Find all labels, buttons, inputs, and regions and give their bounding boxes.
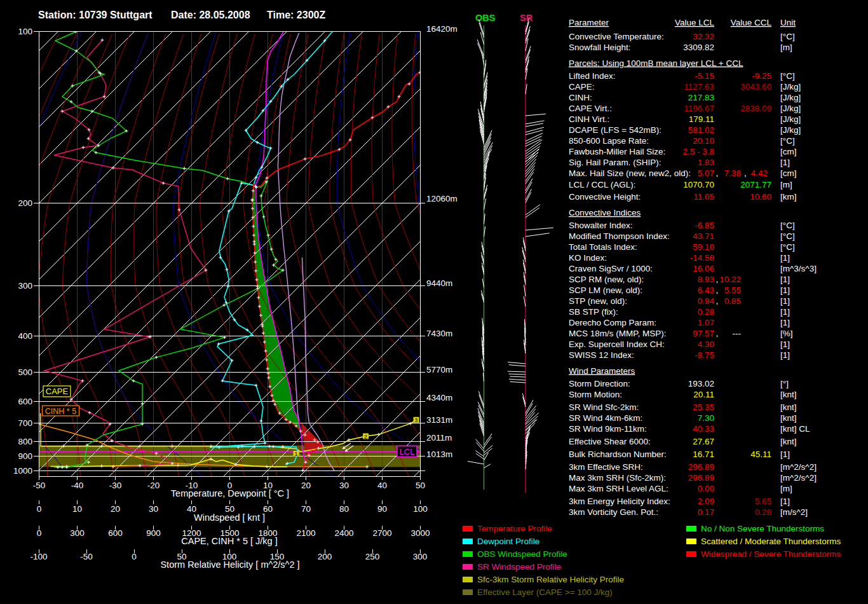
svg-text:[cm]: [cm] bbox=[780, 168, 797, 178]
svg-text:200: 200 bbox=[18, 198, 32, 208]
svg-text:[J/kg]: [J/kg] bbox=[780, 114, 801, 124]
svg-text:25.35: 25.35 bbox=[693, 402, 714, 412]
svg-text:3km Vorticity Gen. Pot.:: 3km Vorticity Gen. Pot.: bbox=[569, 507, 658, 517]
svg-text:[%]: [%] bbox=[780, 329, 793, 338]
svg-text:10.22: 10.22 bbox=[719, 275, 741, 284]
svg-text:300: 300 bbox=[18, 281, 32, 291]
svg-text:-8.75: -8.75 bbox=[695, 350, 714, 360]
svg-text:8.93: 8.93 bbox=[698, 275, 714, 284]
svg-text:[°C]: [°C] bbox=[780, 221, 795, 230]
svg-text:5770m: 5770m bbox=[426, 365, 452, 374]
svg-text:40: 40 bbox=[377, 481, 387, 490]
svg-text:CINH Virt.:: CINH Virt.: bbox=[569, 114, 609, 124]
svg-text:4340m: 4340m bbox=[426, 393, 452, 402]
svg-text:Max 3km SRH (Sfc-2km):: Max 3km SRH (Sfc-2km): bbox=[569, 473, 666, 483]
svg-text:600: 600 bbox=[108, 528, 123, 538]
svg-text:[m]: [m] bbox=[780, 484, 792, 493]
svg-text:[1]: [1] bbox=[780, 307, 790, 317]
svg-text:850-600 Lapse Rate:: 850-600 Lapse Rate: bbox=[569, 136, 649, 146]
svg-text:10.60: 10.60 bbox=[750, 192, 771, 202]
svg-text:Exp. Supercell Index CH:: Exp. Supercell Index CH: bbox=[569, 340, 665, 349]
svg-text:[cm]: [cm] bbox=[780, 147, 797, 156]
svg-text:43.71: 43.71 bbox=[693, 231, 714, 241]
svg-text:DCAPE (LFS = 542mB):: DCAPE (LFS = 542mB): bbox=[569, 125, 661, 135]
svg-text:Date: 28.05.2008: Date: 28.05.2008 bbox=[171, 10, 250, 20]
svg-text:Sig. Hail Param. (SHIP):: Sig. Hail Param. (SHIP): bbox=[569, 158, 661, 167]
svg-text:Storm Relative Helicity [ m^2: Storm Relative Helicity [ m^2/s^2 ] bbox=[160, 559, 299, 570]
svg-text:SR Wind 4km-6km:: SR Wind 4km-6km: bbox=[569, 413, 642, 423]
svg-text:Convective Indices: Convective Indices bbox=[569, 208, 641, 217]
svg-text:[J/kg]: [J/kg] bbox=[780, 82, 801, 92]
svg-text:0.00: 0.00 bbox=[698, 484, 714, 493]
svg-text:KO Index:: KO Index: bbox=[569, 253, 607, 263]
svg-text:4.42: 4.42 bbox=[751, 168, 768, 178]
svg-text:,: , bbox=[716, 285, 719, 295]
svg-text:20: 20 bbox=[111, 504, 120, 514]
svg-text:Storm Motion:: Storm Motion: bbox=[569, 390, 622, 399]
svg-text:Temperature, Dewpoint [ °C ]: Temperature, Dewpoint [ °C ] bbox=[171, 488, 289, 498]
svg-text:59.10: 59.10 bbox=[693, 242, 714, 252]
svg-text:16.06: 16.06 bbox=[693, 264, 714, 273]
svg-text:50: 50 bbox=[416, 481, 425, 490]
svg-text:0.17: 0.17 bbox=[698, 507, 714, 517]
svg-text:Time: 2300Z: Time: 2300Z bbox=[267, 10, 325, 20]
svg-text:3000: 3000 bbox=[410, 528, 430, 538]
svg-text:-5.15: -5.15 bbox=[695, 71, 714, 81]
svg-text:Total Totals Index:: Total Totals Index: bbox=[569, 242, 637, 252]
svg-text:[m^2/s^2]: [m^2/s^2] bbox=[780, 473, 817, 483]
svg-text:4.30: 4.30 bbox=[698, 340, 714, 349]
svg-text:5.07: 5.07 bbox=[698, 168, 714, 178]
svg-text:97.57: 97.57 bbox=[693, 329, 714, 338]
svg-text:CAPE Virt.:: CAPE Virt.: bbox=[569, 104, 612, 113]
svg-text:[°]: [°] bbox=[780, 379, 789, 388]
svg-text:1: 1 bbox=[294, 451, 297, 457]
svg-text:[knt] CL: [knt] CL bbox=[780, 424, 810, 434]
svg-text:Temperature Profile: Temperature Profile bbox=[477, 524, 552, 533]
svg-text:Wind Parameters: Wind Parameters bbox=[569, 366, 635, 376]
svg-text:-40: -40 bbox=[71, 481, 84, 490]
svg-text:LCL / CCL (AGL):: LCL / CCL (AGL): bbox=[569, 180, 636, 189]
svg-text:16.71: 16.71 bbox=[693, 450, 714, 459]
svg-text:,: , bbox=[716, 168, 719, 178]
svg-text:-100: -100 bbox=[30, 552, 47, 561]
svg-text:7.30: 7.30 bbox=[698, 413, 714, 423]
svg-text:[J/kg]: [J/kg] bbox=[780, 104, 801, 113]
svg-text:16420m: 16420m bbox=[426, 24, 458, 34]
svg-text:-9.25: -9.25 bbox=[752, 71, 771, 81]
svg-text:Convective Height:: Convective Height: bbox=[569, 192, 641, 202]
svg-text:[1]: [1] bbox=[780, 318, 790, 327]
svg-text:-6.85: -6.85 bbox=[695, 221, 714, 230]
svg-text:Value CCL: Value CCL bbox=[731, 18, 772, 27]
svg-text:296.89: 296.89 bbox=[688, 473, 714, 483]
svg-text:179.11: 179.11 bbox=[689, 114, 714, 124]
svg-text:LCL: LCL bbox=[400, 447, 415, 456]
svg-text:80: 80 bbox=[339, 504, 349, 514]
svg-text:Lifted Index:: Lifted Index: bbox=[569, 71, 616, 81]
svg-text:Scattered / Moderate Thunderst: Scattered / Moderate Thunderstorms bbox=[701, 537, 841, 546]
svg-text:2: 2 bbox=[364, 434, 367, 440]
svg-text:[°C]: [°C] bbox=[780, 231, 795, 241]
svg-text:Convective Temperature:: Convective Temperature: bbox=[569, 32, 664, 41]
svg-text:CINH:: CINH: bbox=[569, 93, 592, 102]
svg-text:[1]: [1] bbox=[780, 497, 790, 506]
svg-text:SB STP (fix):: SB STP (fix): bbox=[569, 307, 618, 317]
svg-text:0.94: 0.94 bbox=[698, 296, 715, 306]
svg-text:3km Energy Helicity Index:: 3km Energy Helicity Index: bbox=[569, 497, 670, 506]
svg-text:Effective Shear 6000:: Effective Shear 6000: bbox=[569, 437, 651, 446]
svg-text:0: 0 bbox=[132, 552, 137, 561]
svg-text:700: 700 bbox=[18, 418, 32, 428]
svg-text:3043.60: 3043.60 bbox=[740, 82, 771, 92]
svg-text:3309.82: 3309.82 bbox=[683, 43, 714, 52]
svg-text:250: 250 bbox=[365, 552, 380, 561]
svg-text:SR Wind Sfc-2km:: SR Wind Sfc-2km: bbox=[569, 402, 639, 412]
svg-text:OBS: OBS bbox=[475, 13, 496, 23]
svg-text:SR Wind 9km-11km:: SR Wind 9km-11km: bbox=[569, 424, 647, 434]
svg-text:3131m: 3131m bbox=[426, 415, 452, 425]
svg-text:CINH * 5: CINH * 5 bbox=[45, 407, 76, 416]
svg-text:2400: 2400 bbox=[334, 528, 353, 538]
svg-text:2011m: 2011m bbox=[426, 433, 452, 443]
svg-text:Showalter Index:: Showalter Index: bbox=[569, 221, 633, 230]
svg-text:30: 30 bbox=[339, 481, 349, 490]
svg-text:900: 900 bbox=[146, 528, 161, 538]
svg-text:[1]: [1] bbox=[780, 296, 790, 306]
